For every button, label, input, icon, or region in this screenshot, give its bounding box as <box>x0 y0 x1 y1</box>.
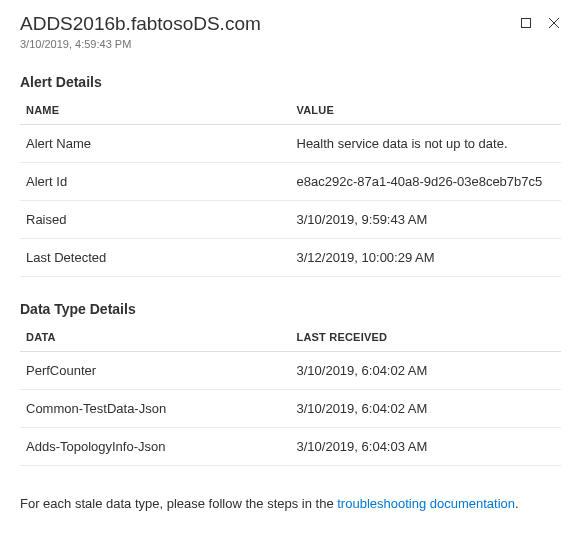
cell-name: Raised <box>20 200 291 238</box>
cell-last-received: 3/10/2019, 6:04:02 AM <box>291 351 562 389</box>
table-row: Raised 3/10/2019, 9:59:43 AM <box>20 200 561 238</box>
cell-data: Common-TestData-Json <box>20 389 291 427</box>
data-type-details-section: Data Type Details DATA LAST RECEIVED Per… <box>20 301 561 466</box>
cell-name: Alert Id <box>20 162 291 200</box>
table-row: Common-TestData-Json 3/10/2019, 6:04:02 … <box>20 389 561 427</box>
table-row: Last Detected 3/12/2019, 10:00:29 AM <box>20 238 561 276</box>
alert-details-section: Alert Details NAME VALUE Alert Name Heal… <box>20 74 561 277</box>
data-type-details-table: DATA LAST RECEIVED PerfCounter 3/10/2019… <box>20 323 561 466</box>
cell-data: Adds-TopologyInfo-Json <box>20 427 291 465</box>
alert-details-table: NAME VALUE Alert Name Health service dat… <box>20 96 561 277</box>
cell-value: 3/12/2019, 10:00:29 AM <box>291 238 562 276</box>
close-icon[interactable] <box>547 16 561 30</box>
cell-value: e8ac292c-87a1-40a8-9d26-03e8ceb7b7c5 <box>291 162 562 200</box>
cell-name: Alert Name <box>20 124 291 162</box>
footer-note: For each stale data type, please follow … <box>20 496 561 511</box>
page-timestamp: 3/10/2019, 4:59:43 PM <box>20 38 519 50</box>
cell-last-received: 3/10/2019, 6:04:03 AM <box>291 427 562 465</box>
table-row: Alert Name Health service data is not up… <box>20 124 561 162</box>
cell-value: Health service data is not up to date. <box>291 124 562 162</box>
panel-header: ADDS2016b.fabtosoDS.com 3/10/2019, 4:59:… <box>20 12 561 50</box>
table-row: Alert Id e8ac292c-87a1-40a8-9d26-03e8ceb… <box>20 162 561 200</box>
cell-value: 3/10/2019, 9:59:43 AM <box>291 200 562 238</box>
footer-prefix: For each stale data type, please follow … <box>20 496 337 511</box>
window-controls <box>519 16 561 30</box>
alert-panel: ADDS2016b.fabtosoDS.com 3/10/2019, 4:59:… <box>0 0 581 531</box>
table-row: PerfCounter 3/10/2019, 6:04:02 AM <box>20 351 561 389</box>
page-title: ADDS2016b.fabtosoDS.com <box>20 12 519 37</box>
column-header-value: VALUE <box>291 96 562 125</box>
title-block: ADDS2016b.fabtosoDS.com 3/10/2019, 4:59:… <box>20 12 519 50</box>
column-header-name: NAME <box>20 96 291 125</box>
restore-icon[interactable] <box>519 16 533 30</box>
data-type-details-heading: Data Type Details <box>20 301 561 317</box>
column-header-data: DATA <box>20 323 291 352</box>
column-header-last-received: LAST RECEIVED <box>291 323 562 352</box>
table-row: Adds-TopologyInfo-Json 3/10/2019, 6:04:0… <box>20 427 561 465</box>
alert-details-heading: Alert Details <box>20 74 561 90</box>
cell-last-received: 3/10/2019, 6:04:02 AM <box>291 389 562 427</box>
footer-suffix: . <box>515 496 519 511</box>
cell-data: PerfCounter <box>20 351 291 389</box>
svg-rect-0 <box>522 19 531 28</box>
troubleshooting-link[interactable]: troubleshooting documentation <box>337 496 515 511</box>
cell-name: Last Detected <box>20 238 291 276</box>
